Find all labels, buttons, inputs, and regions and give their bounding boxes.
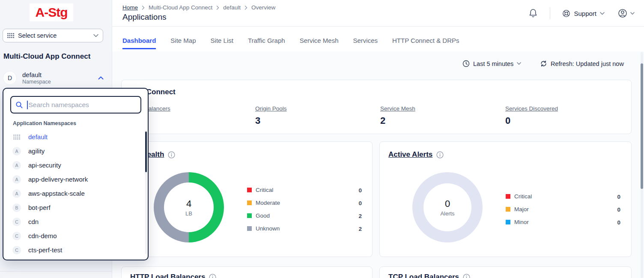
notifications-bell-icon[interactable]	[528, 8, 538, 18]
tcp-load-balancers-card: TCP Load Balancers	[379, 266, 632, 278]
account-menu[interactable]	[617, 8, 635, 18]
active-alerts-donut-chart: 0 Alerts	[412, 172, 483, 242]
tab-site-map[interactable]: Site Map	[170, 37, 196, 48]
select-service-dropdown[interactable]: Select service	[3, 29, 103, 42]
app-connect-summary-card: App Connect Load Balancers Origin Pools …	[121, 80, 632, 134]
donut-center-label: Alerts	[440, 210, 454, 217]
http-load-balancers-card: HTTP Load Balancers	[121, 266, 373, 278]
metric-label-link[interactable]: Services Discovered	[505, 105, 558, 112]
legend-label: Moderate	[256, 200, 280, 206]
tab-http-connect-drps[interactable]: HTTP Connect & DRPs	[392, 37, 459, 48]
support-menu[interactable]: Support	[562, 9, 605, 18]
tab-site-list[interactable]: Site List	[211, 37, 233, 48]
metric-services-discovered: Services Discovered 0	[505, 105, 621, 126]
sidebar-divider	[0, 271, 112, 272]
namespace-item[interactable]: C cdn	[3, 215, 145, 229]
namespace-item-label: agility	[28, 147, 45, 155]
namespace-initial-avatar: C	[12, 246, 21, 254]
legend-swatch	[247, 226, 252, 231]
chevron-down-icon	[630, 12, 635, 15]
info-icon[interactable]	[436, 151, 444, 158]
metric-label-link[interactable]: Origin Pools	[255, 105, 287, 112]
legend-swatch	[247, 200, 252, 205]
life-ring-icon	[562, 9, 570, 18]
namespace-item[interactable]: A agility	[3, 144, 145, 158]
legend-value: 0	[617, 206, 620, 213]
http-lb-title[interactable]: HTTP Load Balancers	[130, 273, 205, 278]
breadcrumb: Home Multi-Cloud App Connect default Ove…	[122, 4, 275, 11]
legend-row: Good	[247, 212, 270, 219]
donut-center-value: 0	[445, 198, 450, 209]
info-icon[interactable]	[209, 274, 216, 278]
namespace-item-default[interactable]: default	[3, 130, 145, 144]
breadcrumb-separator-icon	[142, 6, 145, 10]
search-icon	[15, 101, 23, 109]
metric-label-link[interactable]: Service Mesh	[380, 105, 415, 112]
metric-value: 2	[380, 115, 496, 126]
select-service-label: Select service	[18, 32, 57, 39]
lb-health-donut-chart: 4 LB	[154, 172, 224, 242]
text-cursor	[27, 101, 28, 109]
tab-services[interactable]: Services	[353, 37, 378, 48]
tab-service-mesh[interactable]: Service Mesh	[300, 37, 339, 48]
legend-label: Critical	[256, 187, 273, 193]
chevron-down-icon	[93, 34, 98, 37]
namespace-item-label: cts-perf-test	[28, 246, 62, 254]
namespace-item[interactable]: A api-security	[3, 158, 145, 172]
refresh-status-label: Refresh: Updated just now	[551, 60, 624, 67]
time-range-dropdown[interactable]: Last 5 minutes	[462, 60, 521, 67]
namespace-initial-avatar: C	[12, 232, 21, 240]
search-placeholder: Search namespaces	[29, 101, 89, 109]
donut-center-label: LB	[185, 210, 192, 217]
page-scrollbar-thumb[interactable]	[641, 63, 643, 189]
metric-origin-pools: Origin Pools 3	[255, 105, 371, 126]
legend-row: Moderate	[247, 200, 280, 206]
page-title: Applications	[122, 12, 166, 22]
dropdown-scrollbar-thumb[interactable]	[145, 132, 147, 172]
metric-value: 3	[255, 115, 371, 126]
legend-row: Critical	[247, 187, 273, 193]
legend-value: 2	[358, 226, 362, 232]
namespace-item[interactable]: C cdn-demo	[3, 229, 145, 243]
breadcrumb-item[interactable]: Multi-Cloud App Connect	[149, 4, 212, 11]
breadcrumb-item[interactable]: default	[223, 4, 241, 11]
breadcrumb-separator-icon	[216, 6, 219, 10]
namespace-initial-avatar: C	[12, 218, 21, 226]
namespace-sublabel: Namespace	[22, 79, 51, 85]
top-header: Home Multi-Cloud App Connect default Ove…	[112, 0, 644, 27]
namespace-item-label: bot-perf	[28, 204, 51, 211]
breadcrumb-item[interactable]: Overview	[251, 4, 275, 11]
support-label: Support	[574, 10, 596, 17]
namespace-item[interactable]: A app-delivery-network	[3, 172, 145, 186]
legend-label: Minor	[514, 219, 529, 225]
tab-dashboard[interactable]: Dashboard	[122, 37, 156, 49]
waffle-grid-icon	[7, 33, 14, 38]
lb-health-card: LB Health 4 LB Critical 0 Moderate 0 Goo…	[121, 141, 373, 257]
brand-logo: A-Stg	[30, 3, 73, 21]
refresh-button[interactable]: Refresh: Updated just now	[540, 60, 624, 67]
legend-row: Minor	[506, 219, 529, 225]
tab-traffic-graph[interactable]: Traffic Graph	[248, 37, 285, 48]
legend-swatch	[506, 207, 510, 212]
active-alerts-title[interactable]: Active Alerts	[388, 150, 432, 159]
waffle-grid-icon	[13, 135, 20, 140]
namespace-item[interactable]: B bot-perf	[3, 200, 145, 215]
chevron-up-icon[interactable]	[98, 76, 104, 80]
namespace-item-label: cdn-demo	[28, 232, 57, 239]
namespace-search-input[interactable]: Search namespaces	[10, 96, 141, 114]
breadcrumb-home[interactable]: Home	[122, 4, 138, 11]
legend-swatch	[247, 213, 252, 218]
info-icon[interactable]	[463, 274, 470, 278]
legend-label: Critical	[514, 193, 532, 200]
legend-row: Major	[506, 206, 529, 212]
info-icon[interactable]	[168, 151, 175, 158]
namespace-item[interactable]: C cts-perf-test	[3, 243, 145, 257]
namespace-item[interactable]: A aws-appstack-scale	[3, 186, 145, 200]
namespace-selector[interactable]: D default Namespace	[0, 68, 112, 88]
legend-value: 2	[358, 213, 362, 219]
chevron-down-icon	[600, 12, 605, 15]
namespace-group-label: Application Namespaces	[13, 120, 76, 126]
namespace-item-label: app-delivery-network	[28, 176, 88, 183]
tcp-lb-title[interactable]: TCP Load Balancers	[388, 273, 459, 278]
refresh-icon	[540, 60, 547, 67]
